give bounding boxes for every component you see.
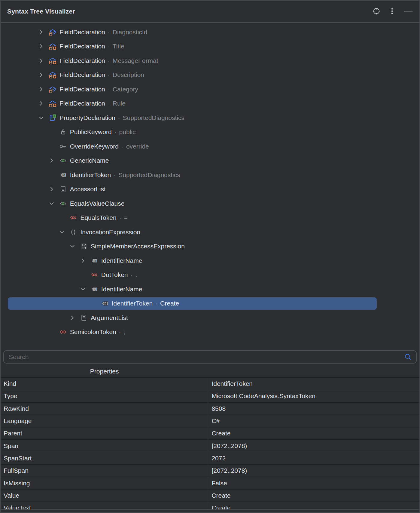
tree-item-label: AccessorList bbox=[70, 186, 106, 193]
tree-item-value: Category bbox=[113, 86, 138, 93]
tree-row[interactable]: id IdentifierToken · Create bbox=[1, 296, 419, 311]
property-row: IsMissing False bbox=[1, 477, 419, 489]
property-row: Value Create bbox=[1, 489, 419, 502]
chevron-right-icon[interactable] bbox=[37, 85, 49, 93]
tree-item-separator: · bbox=[108, 86, 110, 93]
chevron-slot bbox=[48, 143, 59, 150]
tree-row[interactable]: id IdentifierName bbox=[1, 282, 419, 296]
tree-item-separator: · bbox=[108, 100, 110, 107]
tree-item-separator: · bbox=[155, 300, 157, 307]
tree-row[interactable]: EqualsValueClause bbox=[1, 196, 419, 211]
tree-row[interactable]: ArgumentList bbox=[1, 311, 419, 325]
chevron-right-icon[interactable] bbox=[79, 257, 90, 265]
chevron-right-icon[interactable] bbox=[37, 28, 49, 36]
property-value: [2072..2078) bbox=[208, 465, 419, 477]
tree-item-value: override bbox=[126, 143, 149, 150]
tree-row[interactable]: PropertyDeclaration · SupportedDiagnosti… bbox=[1, 111, 419, 125]
chevron-down-icon[interactable] bbox=[37, 114, 49, 122]
tree-row[interactable]: FieldDeclaration · Description bbox=[1, 68, 419, 82]
property-name: Language bbox=[1, 415, 208, 427]
chevron-right-icon[interactable] bbox=[37, 42, 49, 50]
tree-row[interactable]: DotToken · . bbox=[1, 268, 419, 282]
magnifier-icon bbox=[404, 353, 412, 361]
svg-text:id: id bbox=[94, 259, 96, 263]
tree-item-separator: · bbox=[108, 29, 110, 36]
node-green-icon bbox=[59, 200, 67, 207]
tree-item-separator: · bbox=[108, 57, 110, 64]
chevron-down-icon[interactable] bbox=[68, 242, 80, 250]
tree-item-value: SupportedDiagnostics bbox=[118, 171, 180, 179]
tree-item-separator: · bbox=[118, 114, 120, 121]
syntax-tree-visualizer-window: Syntax Tree Visualizer FieldDeclaration … bbox=[0, 0, 420, 513]
chevron-right-icon[interactable] bbox=[68, 314, 80, 322]
tree-item-value: Title bbox=[113, 43, 124, 50]
tree-item-label: IdentifierToken bbox=[112, 300, 153, 307]
tree-row[interactable]: OverrideKeyword · override bbox=[1, 139, 419, 154]
tree-item-separator: · bbox=[108, 43, 110, 50]
tree-item-value: Description bbox=[113, 71, 144, 78]
chevron-down-icon[interactable] bbox=[48, 200, 59, 207]
property-row: Kind IdentifierToken bbox=[1, 377, 419, 390]
tree-item-label: ArgumentList bbox=[91, 314, 128, 321]
property-value: 8508 bbox=[208, 403, 419, 415]
tree-row[interactable]: FieldDeclaration · DiagnosticId bbox=[1, 25, 419, 39]
chevron-right-icon[interactable] bbox=[37, 71, 49, 79]
property-row: SpanStart 2072 bbox=[1, 452, 419, 464]
tree-row[interactable]: FieldDeclaration · Title bbox=[1, 39, 419, 54]
property-name: Parent bbox=[1, 427, 208, 439]
tree-item-label: FieldDeclaration bbox=[59, 43, 105, 50]
tree-row[interactable]: SemicolonToken · ; bbox=[1, 325, 419, 339]
chevron-right-icon[interactable] bbox=[48, 185, 59, 193]
tree-item-label: PropertyDeclaration bbox=[59, 114, 115, 121]
field-lock-diamond-icon bbox=[49, 42, 56, 50]
tree-item-separator: · bbox=[121, 143, 123, 150]
tree-row[interactable]: FieldDeclaration · Rule bbox=[1, 97, 419, 111]
tree-row[interactable]: EqualsToken · = bbox=[1, 211, 419, 225]
tree-row[interactable]: FieldDeclaration · MessageFormat bbox=[1, 54, 419, 68]
tree-row[interactable]: FieldDeclaration · Category bbox=[1, 82, 419, 97]
more-options-button[interactable] bbox=[388, 7, 396, 16]
tree-row[interactable]: id IdentifierToken · SupportedDiagnostic… bbox=[1, 168, 419, 182]
chevron-right-icon[interactable] bbox=[48, 157, 59, 164]
tree-item-label: EqualsValueClause bbox=[70, 200, 125, 207]
property-name: ValueText bbox=[1, 502, 208, 510]
tree-row[interactable]: AccessorList bbox=[1, 182, 419, 197]
field-lock-icon bbox=[49, 85, 56, 93]
chevron-right-icon[interactable] bbox=[37, 57, 49, 65]
tree-row[interactable]: SimpleMemberAccessExpression bbox=[1, 239, 419, 254]
tree-row[interactable]: id IdentifierName bbox=[1, 253, 419, 268]
search-input[interactable] bbox=[8, 353, 401, 361]
token-red-icon bbox=[59, 328, 67, 336]
tree-row[interactable]: PublicKeyword · public bbox=[1, 125, 419, 140]
chevron-down-icon[interactable] bbox=[79, 285, 90, 293]
tree-item-value: Create bbox=[160, 300, 179, 307]
tree-item-separator: · bbox=[131, 271, 133, 278]
property-override-icon bbox=[49, 114, 56, 122]
token-red-icon bbox=[90, 271, 98, 279]
tree-item-label: FieldDeclaration bbox=[59, 100, 105, 107]
property-name: FullSpan bbox=[1, 465, 208, 477]
id-tag-icon: id bbox=[90, 285, 98, 293]
tree-item-label: SimpleMemberAccessExpression bbox=[91, 243, 185, 250]
tree-item-value: DiagnosticId bbox=[113, 29, 148, 36]
id-tag-icon: id bbox=[101, 300, 109, 307]
tree-item-value: Rule bbox=[113, 100, 126, 107]
id-tag-icon: id bbox=[59, 171, 67, 179]
tree-row[interactable]: GenericName bbox=[1, 154, 419, 168]
tree-item-label: IdentifierToken bbox=[70, 171, 111, 179]
chevron-right-icon[interactable] bbox=[37, 100, 49, 107]
locate-node-button[interactable] bbox=[373, 7, 380, 16]
node-green-icon bbox=[59, 157, 67, 164]
tree-row[interactable]: InvocationExpression bbox=[1, 225, 419, 239]
tree-item-label: EqualsToken bbox=[80, 214, 116, 221]
tree-item-value: public bbox=[119, 128, 136, 136]
operators-icon bbox=[80, 242, 88, 250]
list-icon bbox=[59, 185, 67, 193]
property-value: False bbox=[208, 477, 419, 489]
chevron-slot bbox=[90, 300, 101, 307]
tree-item-separator: · bbox=[119, 328, 121, 336]
chevron-down-icon[interactable] bbox=[58, 228, 69, 236]
minimize-button[interactable] bbox=[404, 7, 413, 16]
tree-item-separator: · bbox=[108, 71, 110, 78]
properties-rows: Kind IdentifierToken Type Microsoft.Code… bbox=[1, 377, 419, 510]
